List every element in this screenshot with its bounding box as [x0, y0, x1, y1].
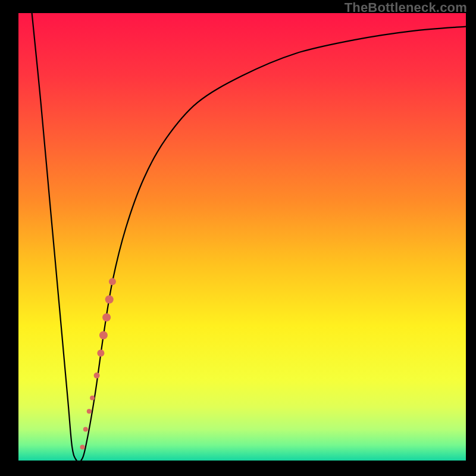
data-point — [102, 313, 111, 321]
data-point — [99, 331, 108, 339]
data-point — [80, 444, 85, 449]
data-point — [109, 278, 116, 285]
bottleneck-curve — [32, 13, 466, 461]
plot-area — [18, 13, 466, 461]
data-point — [105, 295, 114, 303]
watermark-text: TheBottleneck.com — [345, 0, 467, 15]
curve-overlay — [18, 13, 466, 461]
data-point — [94, 372, 100, 378]
data-point — [83, 427, 88, 431]
data-points — [80, 278, 116, 449]
data-point — [87, 409, 92, 414]
data-point — [90, 396, 95, 400]
chart-frame: { "watermark": "TheBottleneck.com", "col… — [0, 0, 476, 476]
data-point — [97, 350, 104, 357]
